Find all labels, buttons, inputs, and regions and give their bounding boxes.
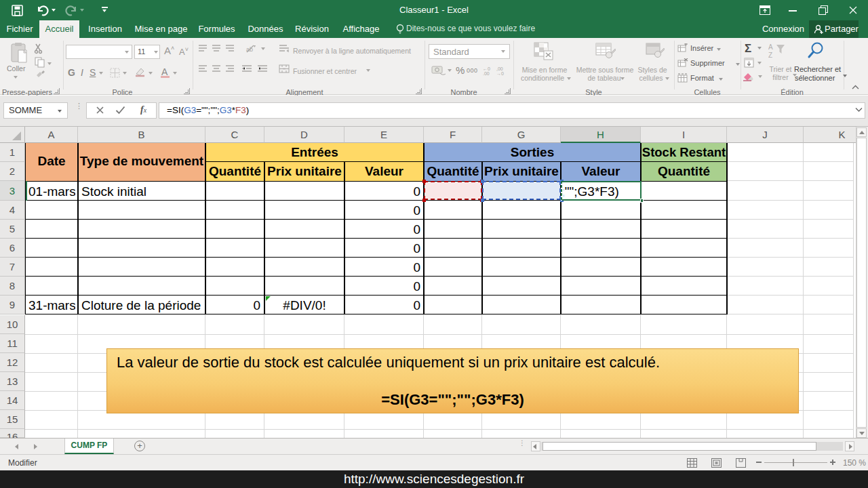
svg-text:←0: ←0 xyxy=(483,66,490,71)
svg-text:ab: ab xyxy=(246,46,253,53)
svg-text:→0: →0 xyxy=(496,71,504,75)
svg-text:A: A xyxy=(768,43,773,51)
svg-text:,00: ,00 xyxy=(483,71,490,75)
svg-text:Z: Z xyxy=(768,52,772,59)
svg-text:,00: ,00 xyxy=(496,66,503,71)
